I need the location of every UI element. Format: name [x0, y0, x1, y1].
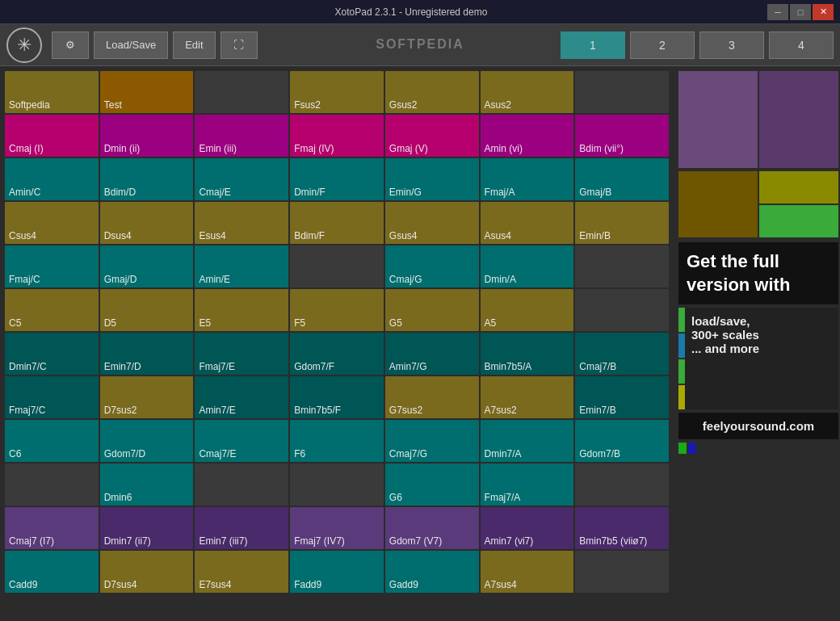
pad-26[interactable]: Asus4: [481, 202, 574, 244]
pad-17[interactable]: Dmin/F: [290, 158, 384, 200]
pad-55[interactable]: Emin7/B: [575, 376, 669, 418]
pad-54[interactable]: A7sus2: [481, 376, 574, 418]
pad-10[interactable]: Fmaj (IV): [290, 115, 384, 157]
pad-80[interactable]: Fadd9: [290, 551, 384, 593]
settings-button[interactable]: ⚙: [52, 31, 89, 59]
pad-46[interactable]: Amin7/G: [385, 333, 479, 375]
pad-22[interactable]: Dsus4: [100, 202, 194, 244]
pad-33[interactable]: Dmin/A: [481, 245, 574, 287]
pad-20[interactable]: Gmaj/B: [575, 158, 669, 200]
pad-68[interactable]: Fmaj7/A: [481, 464, 574, 506]
pad-15[interactable]: Bdim/D: [100, 158, 194, 200]
sidebar-block-yellow: [759, 171, 838, 204]
pad-72[interactable]: Emin7 (iii7): [195, 507, 288, 549]
pad-2[interactable]: [195, 71, 288, 113]
fullscreen-icon: ⛶: [233, 39, 244, 51]
fullscreen-button[interactable]: ⛶: [220, 31, 258, 59]
pad-4[interactable]: Gsus2: [385, 71, 479, 113]
pad-60[interactable]: Cmaj7/G: [385, 420, 479, 462]
pad-8[interactable]: Dmin (ii): [100, 115, 194, 157]
feelyoursound-url[interactable]: feelyoursound.com: [678, 413, 838, 439]
pad-63[interactable]: [5, 464, 99, 506]
window-controls[interactable]: ─ □ ✕: [767, 4, 834, 20]
pad-13[interactable]: Bdim (vii°): [575, 115, 669, 157]
edit-button[interactable]: Edit: [173, 31, 215, 59]
pad-41[interactable]: [575, 289, 669, 331]
pad-74[interactable]: Gdom7 (V7): [385, 507, 479, 549]
pad-39[interactable]: G5: [385, 289, 479, 331]
pad-14[interactable]: Amin/C: [5, 158, 99, 200]
pad-82[interactable]: A7sus4: [481, 551, 574, 593]
pad-57[interactable]: Gdom7/D: [100, 420, 194, 462]
pad-61[interactable]: Dmin7/A: [481, 420, 574, 462]
pad-58[interactable]: Cmaj7/E: [195, 420, 288, 462]
pad-40[interactable]: A5: [481, 289, 574, 331]
pad-7[interactable]: Cmaj (I): [5, 115, 99, 157]
main-area: SoftpediaTestFsus2Gsus2Asus2Cmaj (I)Dmin…: [0, 66, 840, 621]
pad-29[interactable]: Gmaj/D: [100, 245, 194, 287]
pad-18[interactable]: Emin/G: [385, 158, 479, 200]
page-3-button[interactable]: 3: [699, 31, 764, 59]
pad-21[interactable]: Csus4: [5, 202, 99, 244]
pad-48[interactable]: Cmaj7/B: [575, 333, 669, 375]
pad-69[interactable]: [575, 464, 669, 506]
pad-66[interactable]: [290, 464, 384, 506]
load-save-button[interactable]: Load/Save: [94, 31, 168, 59]
pad-47[interactable]: Bmin7b5/A: [481, 333, 574, 375]
pad-1[interactable]: Test: [100, 71, 194, 113]
pad-5[interactable]: Asus2: [481, 71, 574, 113]
pad-42[interactable]: Dmin7/C: [5, 333, 99, 375]
pad-19[interactable]: Fmaj/A: [481, 158, 574, 200]
pad-9[interactable]: Emin (iii): [195, 115, 288, 157]
pad-77[interactable]: Cadd9: [5, 551, 99, 593]
pad-34[interactable]: [575, 245, 669, 287]
maximize-button[interactable]: □: [790, 4, 811, 20]
pad-16[interactable]: Cmaj/E: [195, 158, 288, 200]
pad-45[interactable]: Gdom7/F: [290, 333, 384, 375]
pad-49[interactable]: Fmaj7/C: [5, 376, 99, 418]
pad-37[interactable]: E5: [195, 289, 288, 331]
pad-25[interactable]: Gsus4: [385, 202, 479, 244]
pad-78[interactable]: D7sus4: [100, 551, 194, 593]
pad-6[interactable]: [575, 71, 669, 113]
page-1-button[interactable]: 1: [561, 31, 625, 59]
pad-44[interactable]: Fmaj7/E: [195, 333, 288, 375]
pad-30[interactable]: Amin/E: [195, 245, 288, 287]
pad-79[interactable]: E7sus4: [195, 551, 288, 593]
pad-36[interactable]: D5: [100, 289, 194, 331]
page-2-button[interactable]: 2: [630, 31, 695, 59]
pad-12[interactable]: Amin (vi): [481, 115, 574, 157]
pad-0[interactable]: Softpedia: [5, 71, 99, 113]
pad-31[interactable]: [290, 245, 384, 287]
pad-67[interactable]: G6: [385, 464, 479, 506]
pad-27[interactable]: Emin/B: [575, 202, 669, 244]
pad-83[interactable]: [575, 551, 669, 593]
pad-24[interactable]: Bdim/F: [290, 202, 384, 244]
pad-56[interactable]: C6: [5, 420, 99, 462]
minimize-button[interactable]: ─: [767, 4, 788, 20]
pad-64[interactable]: Dmin6: [100, 464, 194, 506]
pad-11[interactable]: Gmaj (V): [385, 115, 479, 157]
pad-73[interactable]: Fmaj7 (IV7): [290, 507, 384, 549]
pad-76[interactable]: Bmin7b5 (viiø7): [575, 507, 669, 549]
page-4-button[interactable]: 4: [769, 31, 834, 59]
pad-71[interactable]: Dmin7 (ii7): [100, 507, 194, 549]
pad-81[interactable]: Gadd9: [385, 551, 479, 593]
pad-50[interactable]: D7sus2: [100, 376, 194, 418]
pad-51[interactable]: Amin7/E: [195, 376, 288, 418]
pad-23[interactable]: Esus4: [195, 202, 288, 244]
pad-65[interactable]: [195, 464, 288, 506]
pad-62[interactable]: Gdom7/B: [575, 420, 669, 462]
pad-38[interactable]: F5: [290, 289, 384, 331]
pad-59[interactable]: F6: [290, 420, 384, 462]
pad-75[interactable]: Amin7 (vi7): [481, 507, 574, 549]
pad-52[interactable]: Bmin7b5/F: [290, 376, 384, 418]
pad-35[interactable]: C5: [5, 289, 99, 331]
close-button[interactable]: ✕: [813, 4, 834, 20]
pad-3[interactable]: Fsus2: [290, 71, 384, 113]
pad-28[interactable]: Fmaj/C: [5, 245, 99, 287]
pad-43[interactable]: Emin7/D: [100, 333, 194, 375]
pad-32[interactable]: Cmaj/G: [385, 245, 479, 287]
pad-70[interactable]: Cmaj7 (I7): [5, 507, 99, 549]
pad-53[interactable]: G7sus2: [385, 376, 479, 418]
